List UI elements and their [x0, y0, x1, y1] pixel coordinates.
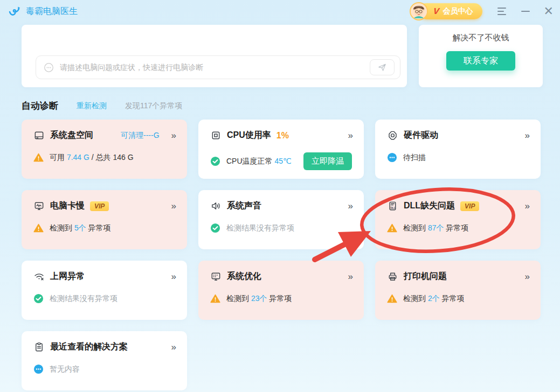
disk-icon — [33, 130, 45, 141]
card-network-issue[interactable]: 上网异常 » 检测结果没有异常项 — [22, 261, 187, 320]
card-recent-solutions[interactable]: 最近查看的解决方案 » 暂无内容 — [22, 331, 187, 390]
success-icon — [210, 156, 220, 166]
warning-icon — [387, 223, 397, 233]
status-text: 检测到 23个 异常项 — [226, 294, 292, 304]
status-text: 检测结果没有异常项 — [50, 294, 117, 304]
expand-chevron-icon[interactable]: » — [348, 131, 352, 140]
chat-bubble-icon — [44, 62, 54, 73]
main-menu-icon[interactable] — [496, 5, 507, 17]
printer-icon — [387, 271, 398, 282]
issues-summary: 发现117个异常项 — [125, 101, 182, 111]
card-system-disk[interactable]: 系统盘空间 可清理----G » 可用 7.44 G / 总共 146 G — [22, 120, 187, 179]
status-text: 待扫描 — [403, 153, 426, 163]
user-avatar[interactable] — [410, 2, 428, 20]
minimize-icon[interactable] — [521, 11, 530, 12]
expand-chevron-icon[interactable]: » — [171, 131, 175, 140]
problem-input-box[interactable] — [36, 55, 400, 79]
diagnosis-section-header: 自动诊断 重新检测 发现117个异常项 — [22, 100, 182, 112]
contact-expert-button[interactable]: 联系专家 — [446, 51, 515, 71]
success-icon — [210, 223, 220, 233]
send-button[interactable] — [370, 59, 395, 75]
membership-area: V 会员中心 — [410, 2, 482, 20]
card-title: 系统声音 — [227, 200, 261, 212]
card-printer-issue[interactable]: 打印机问题 » 检测到 2个 异常项 — [375, 261, 541, 320]
card-title: 系统优化 — [227, 271, 261, 282]
warning-icon — [210, 293, 220, 304]
expand-chevron-icon[interactable]: » — [525, 201, 529, 211]
vip-v-icon: V — [433, 6, 440, 16]
close-icon[interactable]: ✕ — [544, 5, 554, 17]
problem-input[interactable] — [59, 62, 370, 72]
gear-icon — [387, 130, 398, 141]
card-title: 硬件驱动 — [404, 130, 438, 141]
warning-icon — [387, 293, 397, 304]
card-title: 系统盘空间 — [50, 130, 93, 141]
svg-text:DLL: DLL — [391, 207, 396, 209]
section-title: 自动诊断 — [22, 100, 58, 112]
pending-icon — [387, 152, 397, 163]
warning-icon — [33, 152, 44, 163]
cleanable-link[interactable]: 可清理----G — [121, 131, 160, 141]
card-title: 上网异常 — [50, 271, 85, 282]
vip-badge: VIP — [460, 201, 479, 211]
vip-badge: VIP — [90, 201, 109, 211]
monitor-pulse-icon — [33, 200, 45, 212]
expand-chevron-icon[interactable]: » — [171, 201, 175, 211]
card-system-sound[interactable]: 系统声音 » 检测结果没有异常项 — [198, 190, 364, 249]
expand-chevron-icon[interactable]: » — [171, 272, 175, 281]
pending-icon — [33, 364, 44, 374]
status-text: 可用 7.44 G / 总共 146 G — [50, 153, 134, 163]
recheck-link[interactable]: 重新检测 — [77, 101, 107, 111]
card-title: CPU使用率 — [227, 130, 271, 141]
speaker-icon — [210, 200, 222, 212]
diagnosis-chat-panel — [22, 25, 407, 87]
card-title: 打印机问题 — [404, 271, 447, 282]
dll-file-icon: DLL — [387, 200, 398, 212]
send-plane-icon — [377, 62, 387, 72]
expand-chevron-icon[interactable]: » — [348, 272, 352, 281]
status-text: 检测结果没有异常项 — [226, 223, 294, 233]
card-dll-missing[interactable]: DLL DLL缺失问题 VIP » 检测到 87个 异常项 — [375, 190, 541, 249]
app-logo-icon — [8, 4, 22, 18]
card-cpu-usage[interactable]: CPU使用率 1% » CPU温度正常 45℃ 立即降温 — [198, 120, 364, 179]
cool-down-button[interactable]: 立即降温 — [303, 152, 352, 170]
cpu-icon — [210, 130, 222, 141]
status-text: 检测到 5个 异常项 — [50, 223, 111, 233]
expert-slogan: 解决不了不收钱 — [419, 33, 543, 43]
titlebar: 毒霸电脑医生 V 会员中心 — [0, 0, 560, 23]
card-title: 电脑卡慢 — [50, 200, 85, 212]
status-text: 检测到 87个 异常项 — [403, 223, 468, 233]
expand-chevron-icon[interactable]: » — [171, 342, 175, 352]
status-text: 暂无内容 — [50, 365, 80, 374]
card-title: 最近查看的解决方案 — [50, 341, 128, 353]
card-title: DLL缺失问题 — [404, 200, 455, 212]
clipboard-icon — [33, 341, 45, 353]
monitor-settings-icon — [210, 271, 222, 282]
expand-chevron-icon[interactable]: » — [525, 272, 529, 281]
expand-chevron-icon[interactable]: » — [348, 201, 352, 211]
diagnosis-cards-grid: 系统盘空间 可清理----G » 可用 7.44 G / 总共 146 G CP… — [22, 120, 541, 390]
cpu-usage-value: 1% — [276, 131, 289, 141]
warning-icon — [33, 223, 44, 233]
success-icon — [33, 293, 44, 304]
card-hardware-driver[interactable]: 硬件驱动 » 待扫描 — [375, 120, 541, 179]
expert-panel: 解决不了不收钱 联系专家 — [419, 25, 543, 87]
membership-label: 会员中心 — [443, 6, 473, 16]
app-title: 毒霸电脑医生 — [26, 6, 78, 17]
status-text: CPU温度正常 45℃ — [226, 157, 292, 166]
expand-chevron-icon[interactable]: » — [525, 131, 529, 140]
card-slow-computer[interactable]: 电脑卡慢 VIP » 检测到 5个 异常项 — [22, 190, 187, 249]
status-text: 检测到 2个 异常项 — [403, 294, 465, 304]
wifi-error-icon — [33, 271, 45, 282]
card-system-optimize[interactable]: 系统优化 » 检测到 23个 异常项 — [198, 261, 364, 320]
